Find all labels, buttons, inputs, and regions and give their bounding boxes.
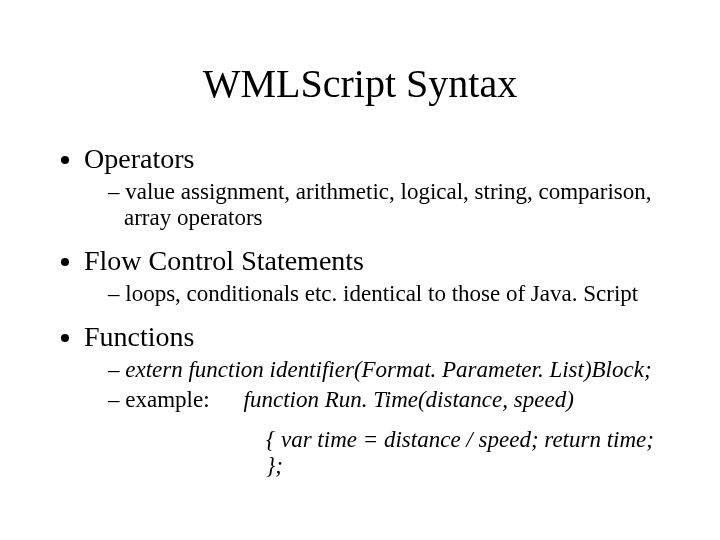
bullet-functions: Functions extern function identifier(For… bbox=[84, 321, 670, 479]
bullet-flow: Flow Control Statements loops, condition… bbox=[84, 245, 670, 307]
bullet-list: Operators value assignment, arithmetic, … bbox=[50, 143, 670, 479]
example-code-line1: function Run. Time(distance, speed) bbox=[244, 387, 574, 412]
bullet-operators-sub1: value assignment, arithmetic, logical, s… bbox=[108, 179, 670, 231]
bullet-operators-sublist: value assignment, arithmetic, logical, s… bbox=[84, 179, 670, 231]
bullet-flow-sub1: loops, conditionals etc. identical to th… bbox=[108, 281, 670, 307]
bullet-flow-sublist: loops, conditionals etc. identical to th… bbox=[84, 281, 670, 307]
bullet-functions-sub1: extern function identifier(Format. Param… bbox=[108, 357, 670, 383]
bullet-functions-example: example:function Run. Time(distance, spe… bbox=[108, 387, 670, 413]
bullet-functions-label: Functions bbox=[84, 321, 194, 352]
slide-title: WMLScript Syntax bbox=[50, 60, 670, 107]
bullet-functions-sublist: extern function identifier(Format. Param… bbox=[84, 357, 670, 413]
example-label: example: bbox=[125, 387, 209, 412]
bullet-flow-label: Flow Control Statements bbox=[84, 245, 364, 276]
example-code-line2: { var time = distance / speed; return ti… bbox=[266, 427, 670, 479]
bullet-operators: Operators value assignment, arithmetic, … bbox=[84, 143, 670, 231]
bullet-operators-label: Operators bbox=[84, 143, 194, 174]
slide: WMLScript Syntax Operators value assignm… bbox=[0, 0, 720, 540]
